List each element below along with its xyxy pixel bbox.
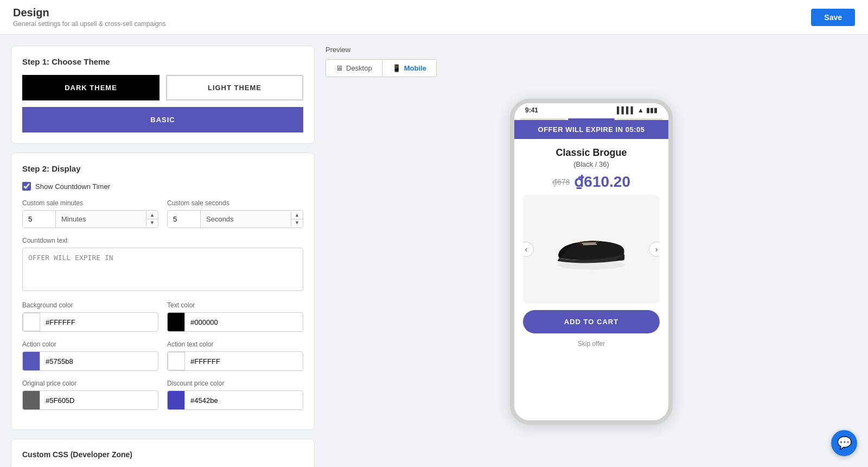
tab-indicator-2	[568, 118, 614, 120]
mobile-icon: 📱	[392, 64, 401, 72]
color-row-3: Original price color Discount price colo…	[22, 380, 303, 410]
seconds-spinners: ▲ ▼	[291, 212, 303, 226]
original-price-color-input[interactable]	[40, 392, 158, 409]
theme-buttons: DARK THEME LIGHT THEME	[22, 75, 303, 100]
step1-card: Step 1: Choose Theme DARK THEME LIGHT TH…	[11, 46, 315, 144]
main-layout: Step 1: Choose Theme DARK THEME LIGHT TH…	[0, 35, 868, 467]
desktop-icon: 🖥	[336, 64, 343, 72]
bg-color-swatch[interactable]	[23, 313, 40, 331]
show-countdown-label: Show Countdown Timer	[35, 182, 110, 191]
action-color-group: Action color	[22, 340, 158, 371]
skip-offer[interactable]: Skip offer	[514, 340, 668, 354]
action-color-label: Action color	[22, 340, 158, 348]
original-price-color-group: Original price color	[22, 380, 158, 410]
price-row: ₫678 ₫610.20	[523, 173, 660, 191]
custom-css-card: Custom CSS (Developer Zone)	[11, 439, 315, 467]
seconds-label: Custom sale seconds	[167, 199, 303, 207]
action-color-input[interactable]	[40, 353, 158, 370]
preview-tabs: 🖥 Desktop 📱 Mobile	[326, 59, 437, 77]
action-text-color-input[interactable]	[185, 353, 303, 370]
seconds-field-group: Custom sale seconds Seconds ▲ ▼	[167, 199, 303, 228]
seconds-down-button[interactable]: ▼	[291, 219, 303, 226]
mobile-tab-label: Mobile	[404, 64, 426, 72]
minutes-label: Custom sale minutes	[22, 199, 158, 207]
action-text-color-input-wrap	[167, 351, 303, 371]
left-panel: Step 1: Choose Theme DARK THEME LIGHT TH…	[11, 46, 315, 467]
step2-card: Step 2: Display Show Countdown Timer Cus…	[11, 153, 315, 430]
show-countdown-checkbox[interactable]	[22, 182, 31, 191]
dark-theme-button[interactable]: DARK THEME	[22, 75, 159, 100]
top-bar: Design General settings for all upsell &…	[0, 0, 868, 35]
product-name: Classic Brogue	[523, 147, 660, 159]
text-color-input-wrap	[167, 312, 303, 332]
action-text-color-group: Action text color	[167, 340, 303, 371]
product-image-area: ‹	[523, 195, 660, 304]
bg-color-input[interactable]	[40, 314, 158, 331]
product-variant: (Black / 36)	[523, 160, 660, 168]
chat-icon: 💬	[837, 436, 852, 450]
page-header: Design General settings for all upsell &…	[13, 7, 165, 28]
minutes-down-button[interactable]: ▼	[146, 219, 158, 226]
svg-line-1	[582, 243, 596, 244]
wifi-icon: ▲	[637, 106, 644, 114]
tab-indicator-1	[520, 118, 566, 120]
tab-indicator-3	[617, 118, 663, 120]
original-price-color-swatch[interactable]	[23, 391, 40, 409]
discount-price-color-swatch[interactable]	[168, 391, 185, 409]
original-price-color-label: Original price color	[22, 380, 158, 387]
save-button[interactable]: Save	[811, 9, 855, 26]
bg-color-group: Background color	[22, 301, 158, 332]
seconds-up-button[interactable]: ▲	[291, 212, 303, 219]
action-text-color-label: Action text color	[167, 340, 303, 348]
text-color-swatch[interactable]	[168, 313, 185, 331]
discount-price-color-input[interactable]	[185, 392, 303, 409]
minutes-input-wrap: Minutes ▲ ▼	[22, 210, 158, 228]
discount-price-color-input-wrap	[167, 390, 303, 410]
bg-color-input-wrap	[22, 312, 158, 332]
page-subtitle: General settings for all upsell & cross-…	[13, 20, 165, 28]
add-to-cart-button[interactable]: ADD TO CART	[523, 310, 660, 333]
seconds-unit: Seconds	[200, 211, 291, 228]
action-text-color-swatch[interactable]	[168, 352, 185, 370]
minutes-input[interactable]	[23, 211, 55, 228]
minutes-unit: Minutes	[55, 211, 146, 228]
countdown-text-section: Countdown text OFFER WILL EXPIRE IN	[22, 237, 303, 293]
carousel-left-arrow[interactable]: ‹	[523, 242, 534, 257]
bg-color-label: Background color	[22, 301, 158, 309]
minutes-spinners: ▲ ▼	[146, 212, 158, 226]
discount-price-color-group: Discount price color	[167, 380, 303, 410]
action-color-input-wrap	[22, 351, 158, 371]
svg-line-2	[583, 244, 597, 245]
seconds-input-wrap: Seconds ▲ ▼	[167, 210, 303, 228]
text-color-input[interactable]	[185, 314, 303, 331]
offer-banner: OFFER WILL EXPIRE IN 05:05	[514, 120, 668, 139]
status-time: 9:41	[525, 106, 538, 114]
mobile-status-bar: 9:41 ▌▌▌▌ ▲ ▮▮▮	[514, 103, 668, 116]
preview-label: Preview	[326, 46, 857, 54]
countdown-textarea[interactable]: OFFER WILL EXPIRE IN	[22, 248, 303, 291]
mobile-frame: 9:41 ▌▌▌▌ ▲ ▮▮▮ OFFER WILL EXPIRE IN 05:…	[510, 99, 673, 425]
light-theme-button[interactable]: LIGHT THEME	[166, 75, 303, 100]
mobile-preview-wrapper: 9:41 ▌▌▌▌ ▲ ▮▮▮ OFFER WILL EXPIRE IN 05:…	[326, 88, 857, 425]
original-price-color-input-wrap	[22, 390, 158, 410]
seconds-input[interactable]	[168, 211, 200, 228]
basic-button[interactable]: BASIC	[22, 107, 303, 132]
action-color-swatch[interactable]	[23, 352, 40, 370]
chat-bubble[interactable]: 💬	[831, 430, 857, 456]
original-price: ₫678	[552, 178, 570, 186]
carousel-right-arrow[interactable]: ›	[649, 242, 660, 257]
right-panel: Preview 🖥 Desktop 📱 Mobile 9:41 ▌▌▌▌ ▲ ▮	[326, 46, 857, 467]
discount-price-color-label: Discount price color	[167, 380, 303, 387]
countdown-text-label: Countdown text	[22, 237, 303, 244]
minutes-field-group: Custom sale minutes Minutes ▲ ▼	[22, 199, 158, 228]
minutes-up-button[interactable]: ▲	[146, 212, 158, 219]
text-color-label: Text color	[167, 301, 303, 309]
step1-title: Step 1: Choose Theme	[22, 57, 303, 66]
custom-css-title: Custom CSS (Developer Zone)	[22, 450, 303, 459]
show-countdown-row: Show Countdown Timer	[22, 182, 303, 191]
mobile-tab[interactable]: 📱 Mobile	[382, 60, 436, 77]
desktop-tab[interactable]: 🖥 Desktop	[326, 60, 382, 77]
color-row-1: Background color Text color	[22, 301, 303, 332]
mobile-tab-indicators	[514, 116, 668, 120]
timer-fields-row: Custom sale minutes Minutes ▲ ▼ Custom s…	[22, 199, 303, 228]
